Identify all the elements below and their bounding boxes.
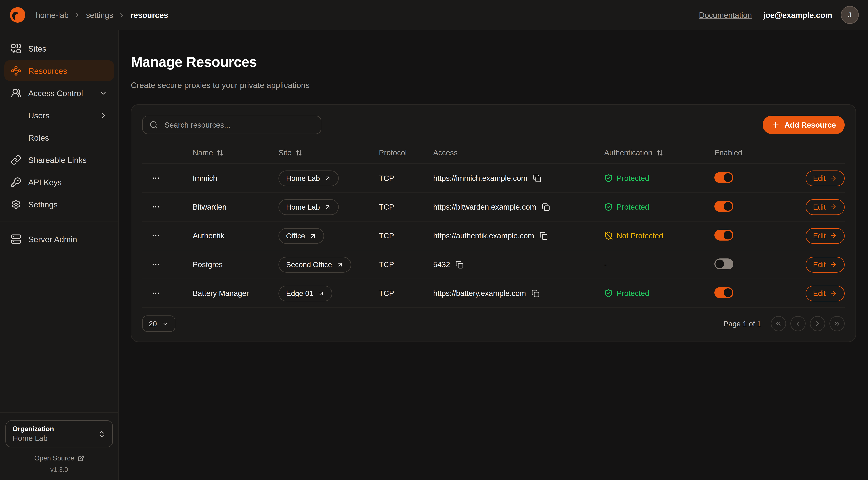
row-menu-button[interactable] [149, 229, 163, 243]
edit-label: Edit [813, 261, 826, 269]
copy-button[interactable] [542, 203, 550, 211]
edit-button[interactable]: Edit [805, 170, 845, 186]
sidebar-nav: Sites Resources Access Control [0, 38, 118, 251]
sidebar-item-server-admin[interactable]: Server Admin [4, 229, 114, 249]
resource-name: Bitwarden [193, 203, 278, 211]
site-link-button[interactable]: Edge 01 [278, 286, 332, 301]
pangolin-logo-icon[interactable] [9, 6, 26, 23]
shield-check-icon [604, 203, 613, 211]
enabled-cell [714, 172, 788, 184]
open-source-link[interactable]: Open Source [5, 454, 113, 462]
table-row: Postgres Second Office TCP 5432 [142, 250, 845, 279]
sidebar-item-settings[interactable]: Settings [4, 194, 114, 214]
chevron-right-icon [73, 11, 81, 19]
page-subtitle: Create secure proxies to your private ap… [131, 80, 856, 90]
last-page-button[interactable] [830, 316, 845, 331]
table-row: Authentik Office TCP https://authentik.e… [142, 221, 845, 250]
edit-button[interactable]: Edit [805, 199, 845, 215]
enabled-cell [714, 230, 788, 242]
edit-label: Edit [813, 232, 826, 240]
prev-page-button[interactable] [790, 316, 806, 331]
enabled-toggle[interactable] [714, 258, 733, 269]
sort-icon [217, 149, 224, 156]
table-row: Battery Manager Edge 01 TCP https://batt… [142, 279, 845, 308]
add-resource-button[interactable]: Add Resource [763, 116, 845, 134]
next-page-button[interactable] [810, 316, 825, 331]
site-cell: Second Office [278, 257, 379, 272]
resource-name: Immich [193, 174, 278, 182]
row-menu-button[interactable] [149, 200, 163, 214]
enabled-toggle[interactable] [714, 201, 733, 212]
page-size-value: 20 [149, 320, 157, 328]
main-content: Manage Resources Create secure proxies t… [119, 30, 868, 480]
site-link-button[interactable]: Office [278, 228, 324, 244]
documentation-link[interactable]: Documentation [699, 11, 752, 19]
pagination: Page 1 of 1 [723, 316, 845, 331]
first-page-button[interactable] [771, 316, 786, 331]
chevrons-left-icon [775, 320, 782, 327]
authentication-cell: Protected [604, 174, 714, 182]
copy-button[interactable] [539, 232, 548, 240]
breadcrumb-settings[interactable]: settings [86, 11, 113, 19]
arrow-right-icon [830, 174, 837, 182]
enabled-toggle[interactable] [714, 172, 733, 183]
organization-value: Home Lab [12, 434, 54, 443]
authentication-cell: Protected [604, 203, 714, 211]
chevron-left-icon [794, 320, 802, 327]
site-link-button[interactable]: Second Office [278, 257, 351, 272]
user-email[interactable]: joe@example.com [763, 11, 832, 19]
row-menu-cell [142, 200, 193, 214]
column-header-authentication[interactable]: Authentication [604, 148, 714, 157]
resource-name: Postgres [193, 260, 278, 269]
plus-icon [771, 121, 780, 129]
organization-selector[interactable]: Organization Home Lab [5, 420, 113, 447]
version-label: v1.3.0 [5, 466, 113, 474]
sidebar-item-resources[interactable]: Resources [4, 60, 114, 81]
ellipsis-icon [151, 289, 160, 298]
sidebar-item-users[interactable]: Users [4, 105, 114, 125]
app-root: home-lab settings resources Documentatio… [0, 0, 868, 480]
edit-button[interactable]: Edit [805, 228, 845, 244]
copy-button[interactable] [456, 261, 464, 269]
enabled-toggle[interactable] [714, 230, 733, 240]
column-header-site[interactable]: Site [278, 148, 379, 157]
site-name: Second Office [286, 261, 332, 269]
row-menu-button[interactable] [149, 171, 163, 185]
toggle-knob [723, 288, 732, 297]
sidebar-item-roles[interactable]: Roles [4, 127, 114, 148]
breadcrumb-org[interactable]: home-lab [36, 11, 69, 19]
waypoints-icon [11, 65, 21, 76]
site-name: Home Lab [286, 203, 320, 211]
sidebar-item-shareable-links[interactable]: Shareable Links [4, 149, 114, 170]
row-menu-button[interactable] [149, 258, 163, 271]
sidebar-item-access-control[interactable]: Access Control [4, 83, 114, 103]
topbar: home-lab settings resources Documentatio… [0, 0, 868, 30]
resources-table: Name Site Protocol [142, 142, 845, 308]
toggle-knob [723, 202, 732, 210]
copy-button[interactable] [533, 174, 541, 182]
column-label: Authentication [604, 148, 652, 157]
row-menu-button[interactable] [149, 286, 163, 300]
access-cell: https://battery.example.com [433, 289, 604, 298]
column-header-protocol: Protocol [379, 148, 433, 157]
copy-icon [533, 174, 541, 182]
avatar[interactable]: J [841, 6, 859, 24]
shield-off-icon [604, 231, 613, 240]
search-input[interactable] [163, 120, 314, 130]
edit-cell: Edit [788, 199, 845, 215]
column-header-name[interactable]: Name [193, 148, 278, 157]
page-size-select[interactable]: 20 [142, 316, 175, 332]
row-menu-cell [142, 286, 193, 300]
sidebar-item-api-keys[interactable]: API Keys [4, 172, 114, 192]
sidebar-item-label: Shareable Links [28, 155, 87, 164]
site-link-button[interactable]: Home Lab [278, 170, 339, 186]
edit-button[interactable]: Edit [805, 257, 845, 272]
site-cell: Office [278, 228, 379, 244]
shield-check-icon [604, 174, 613, 182]
copy-button[interactable] [531, 289, 539, 297]
enabled-toggle[interactable] [714, 287, 733, 298]
edit-button[interactable]: Edit [805, 286, 845, 301]
resource-name: Authentik [193, 231, 278, 240]
sidebar-item-sites[interactable]: Sites [4, 38, 114, 59]
site-link-button[interactable]: Home Lab [278, 199, 339, 215]
